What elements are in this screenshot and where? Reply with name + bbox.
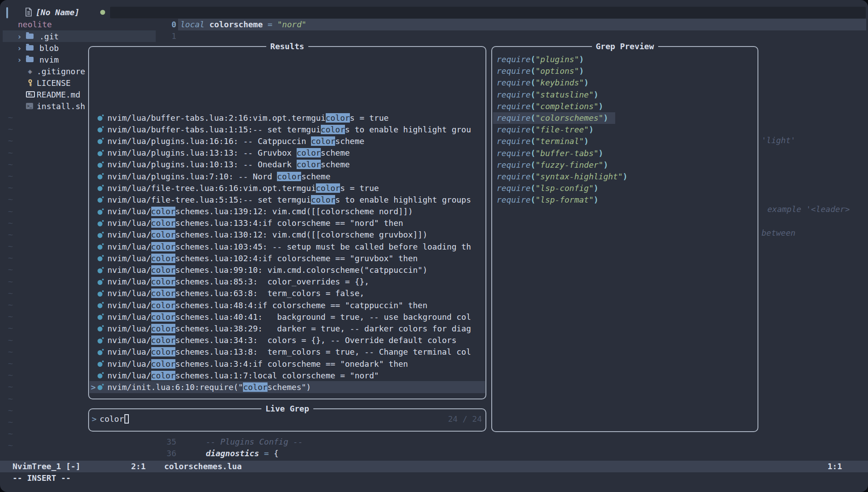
results-window: Results nvim/lua/buffer-tabs.lua:2:16:vi… bbox=[88, 46, 486, 399]
result-row[interactable]: nvim/lua/colorschemes.lua:40:41: backgro… bbox=[89, 311, 485, 322]
tilde-empty-line: ~ bbox=[8, 381, 13, 393]
result-text: nvim/lua/colorschemes.lua:85:3: color_ov… bbox=[107, 277, 369, 286]
result-row[interactable]: nvim/lua/colorschemes.lua:133:4:if color… bbox=[89, 217, 485, 229]
module-string: "completions" bbox=[536, 102, 599, 111]
preview-line[interactable]: require("plugins") bbox=[493, 54, 757, 65]
result-row[interactable]: nvim/lua/colorschemes.lua:102:4:if color… bbox=[89, 252, 485, 264]
require-keyword: require bbox=[497, 183, 531, 193]
match-highlight: color bbox=[151, 347, 175, 356]
tilde-empty-line: ~ bbox=[8, 170, 13, 182]
result-row[interactable]: nvim/lua/colorschemes.lua:130:12: vim.cm… bbox=[89, 229, 485, 241]
background-code-fragment: example '<leader> bbox=[767, 204, 850, 214]
preview-line[interactable]: require("options") bbox=[493, 65, 757, 77]
result-text: nvim/lua/file-tree.lua:5:15:-- set termg… bbox=[107, 195, 471, 204]
match-highlight: color bbox=[151, 230, 175, 239]
result-row[interactable]: nvim/lua/colorschemes.lua:63:8: term_col… bbox=[89, 288, 485, 299]
preview-line[interactable]: require("terminal") bbox=[493, 136, 757, 147]
result-row[interactable]: nvim/lua/colorschemes.lua:13:8: term_col… bbox=[89, 346, 485, 358]
match-highlight: color bbox=[151, 335, 175, 345]
preview-line[interactable]: require("statusline") bbox=[493, 89, 757, 101]
require-keyword: require bbox=[497, 102, 531, 111]
result-row[interactable]: >nvim/init.lua:6:10:require("colorscheme… bbox=[89, 381, 485, 393]
selected-row-marker: > bbox=[89, 382, 98, 392]
result-row[interactable]: nvim/lua/colorschemes.lua:3:4:if colorsc… bbox=[89, 358, 485, 369]
result-row[interactable]: nvim/lua/colorschemes.lua:139:12: vim.cm… bbox=[89, 206, 485, 217]
grep-preview-window: Grep Preview require("plugins")require("… bbox=[491, 46, 758, 432]
result-row[interactable]: nvim/lua/file-tree.lua:5:15:-- set termg… bbox=[89, 194, 485, 205]
lua-file-icon bbox=[98, 208, 105, 215]
module-string: "buffer-tabs" bbox=[536, 148, 599, 158]
preview-line[interactable]: require("completions") bbox=[493, 101, 757, 112]
tab-no-name[interactable]: [No Name] bbox=[25, 5, 105, 19]
preview-line[interactable]: require("fuzzy-finder") bbox=[493, 159, 757, 171]
tilde-empty-line: ~ bbox=[8, 346, 13, 358]
lua-file-icon bbox=[98, 360, 105, 367]
preview-line[interactable]: require("syntax-highlight") bbox=[493, 171, 757, 182]
result-row[interactable]: nvim/lua/colorschemes.lua:34:3: colors =… bbox=[89, 335, 485, 346]
result-row[interactable]: nvim/lua/file-tree.lua:6:16:vim.opt.term… bbox=[89, 182, 485, 194]
match-highlight: color bbox=[151, 277, 175, 286]
live-grep-input[interactable]: > color bbox=[92, 414, 129, 424]
paren-token: ) bbox=[623, 172, 628, 181]
tilde-empty-line: ~ bbox=[8, 358, 13, 369]
tilde-empty-line: ~ bbox=[8, 276, 13, 288]
paren-token: ( bbox=[531, 55, 536, 64]
paren-token: ( bbox=[531, 90, 536, 99]
result-row[interactable]: nvim/lua/colorschemes.lua:1:7:local colo… bbox=[89, 369, 485, 381]
filetree-item-label: blob bbox=[39, 43, 59, 53]
result-row[interactable]: nvim/lua/colorschemes.lua:103:45: -- set… bbox=[89, 241, 485, 252]
result-row[interactable]: nvim/lua/buffer-tabs.lua:1:15:-- set ter… bbox=[89, 123, 485, 135]
match-highlight: color bbox=[297, 160, 321, 169]
prompt-icon: > bbox=[92, 414, 97, 424]
live-grep-window[interactable]: Live Grep > color 24 / 24 bbox=[88, 408, 486, 432]
result-row[interactable]: nvim/lua/plugins.lua:10:13: -- Onedark c… bbox=[89, 159, 485, 170]
chevron-right-icon[interactable]: › bbox=[17, 43, 26, 53]
folder-icon bbox=[26, 34, 34, 39]
preview-line[interactable]: require("keybinds") bbox=[493, 77, 757, 89]
lua-file-icon bbox=[98, 231, 105, 238]
match-highlight: color bbox=[311, 195, 335, 204]
operator-token: = bbox=[268, 20, 272, 29]
match-highlight: color bbox=[151, 371, 175, 380]
filetree-root-label[interactable]: neolite bbox=[18, 19, 52, 30]
result-row[interactable]: nvim/lua/buffer-tabs.lua:2:16:vim.opt.te… bbox=[89, 112, 485, 123]
module-string: "options" bbox=[536, 66, 579, 76]
paren-token: ( bbox=[531, 125, 536, 134]
result-row[interactable]: nvim/lua/colorschemes.lua:85:3: color_ov… bbox=[89, 276, 485, 288]
tilde-empty-line: ~ bbox=[8, 241, 13, 252]
terminal-script-icon bbox=[26, 103, 33, 109]
result-text: nvim/lua/buffer-tabs.lua:1:15:-- set ter… bbox=[107, 125, 471, 134]
result-row[interactable]: nvim/lua/colorschemes.lua:38:29: darker … bbox=[89, 322, 485, 334]
filetree-item-label: LICENSE bbox=[37, 78, 71, 88]
match-highlight: color bbox=[151, 312, 175, 322]
preview-line[interactable]: require("buffer-tabs") bbox=[493, 148, 757, 159]
preview-line[interactable]: require("lsp-format") bbox=[493, 194, 757, 206]
paren-token: ) bbox=[603, 113, 608, 123]
preview-line[interactable]: require("colorschemes") bbox=[493, 112, 615, 124]
preview-line[interactable]: require("file-tree") bbox=[493, 124, 757, 136]
tilde-empty-line: ~ bbox=[8, 288, 13, 299]
paren-token: ( bbox=[531, 195, 536, 204]
lua-file-icon bbox=[98, 173, 105, 180]
paren-token: ( bbox=[531, 172, 536, 181]
result-row[interactable]: nvim/lua/plugins.lua:13:13: -- Gruvbox c… bbox=[89, 147, 485, 159]
result-row[interactable]: nvim/lua/colorschemes.lua:48:4:if colors… bbox=[89, 299, 485, 311]
lua-file-icon bbox=[98, 126, 105, 133]
preview-line[interactable]: require("lsp-config") bbox=[493, 182, 757, 194]
filetree-item--git[interactable]: ›.git bbox=[3, 30, 156, 42]
chevron-right-icon[interactable]: › bbox=[17, 55, 26, 64]
code-line[interactable]: local colorscheme = "nord" bbox=[180, 19, 306, 30]
result-row[interactable]: nvim/lua/plugins.lua:7:10: -- Nord color… bbox=[89, 170, 485, 182]
result-row[interactable]: nvim/lua/colorschemes.lua:99:10: vim.cmd… bbox=[89, 264, 485, 276]
result-text: nvim/lua/colorschemes.lua:34:3: colors =… bbox=[107, 335, 456, 345]
line-number: 35 bbox=[157, 437, 176, 446]
text-cursor bbox=[124, 414, 129, 424]
result-text: nvim/lua/colorschemes.lua:102:4:if color… bbox=[107, 254, 418, 263]
paren-token: ( bbox=[531, 66, 536, 76]
result-text: nvim/lua/colorschemes.lua:63:8: term_col… bbox=[107, 288, 364, 298]
chevron-right-icon[interactable]: › bbox=[17, 32, 26, 41]
preview-lines: require("plugins")require("options")requ… bbox=[493, 54, 757, 206]
match-highlight: color bbox=[243, 382, 267, 392]
result-row[interactable]: nvim/lua/plugins.lua:16:16: -- Catppucci… bbox=[89, 135, 485, 147]
require-keyword: require bbox=[497, 195, 531, 204]
